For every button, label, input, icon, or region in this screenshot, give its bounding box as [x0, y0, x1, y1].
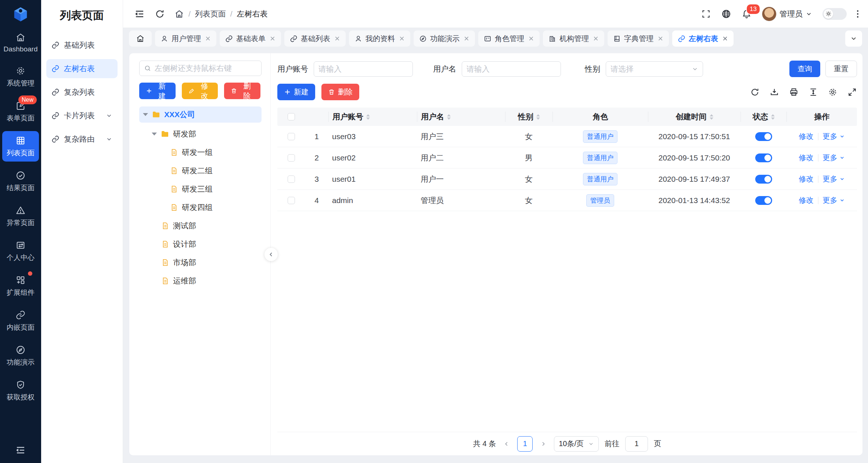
tree-node-dept[interactable]: 研发部	[139, 125, 260, 143]
sort-icon[interactable]	[366, 114, 370, 120]
edit-link[interactable]: 修改	[799, 195, 814, 205]
page-size-select[interactable]: 10条/页	[554, 436, 599, 452]
status-toggle[interactable]	[755, 175, 772, 184]
tree-delete-button[interactable]: 删除	[224, 83, 260, 99]
sidebar-item-lists[interactable]: 列表页面	[2, 131, 39, 162]
caret-down-icon[interactable]	[152, 133, 157, 135]
submenu-item-complex-route[interactable]: 复杂路由	[46, 130, 118, 149]
reset-button[interactable]: 重置	[825, 61, 857, 77]
sidebar-item-profile[interactable]: 个人中心	[2, 236, 39, 266]
submenu-item-basic-list[interactable]: 基础列表	[46, 36, 118, 55]
row-height-icon[interactable]	[808, 87, 818, 97]
language-button[interactable]	[721, 9, 731, 19]
submenu-item-complex-list[interactable]: 复杂列表	[46, 83, 118, 102]
tab-my-profile[interactable]: 我的资料	[349, 30, 410, 47]
tab-dict-management[interactable]: 字典管理	[608, 30, 669, 47]
sidebar-item-license[interactable]: 获取授权	[2, 375, 39, 406]
more-link[interactable]: 更多	[823, 131, 838, 141]
tree-node-group[interactable]: 研发一组	[139, 143, 260, 162]
user-menu[interactable]: 管理员	[762, 7, 812, 21]
tree-search-input[interactable]	[155, 64, 257, 73]
sort-icon[interactable]	[710, 114, 713, 120]
table-add-button[interactable]: 新建	[277, 84, 315, 100]
tree-node-group[interactable]: 研发四组	[139, 198, 260, 217]
select-all-checkbox[interactable]	[288, 113, 295, 120]
edit-link[interactable]: 修改	[799, 174, 814, 184]
tab-org-management[interactable]: 机构管理	[543, 30, 604, 47]
row-checkbox[interactable]	[288, 154, 295, 162]
tab-basic-form[interactable]: 基础表单	[220, 30, 281, 47]
status-toggle[interactable]	[755, 153, 772, 162]
sidebar-item-results[interactable]: 结果页面	[2, 166, 39, 196]
submenu-item-card-list[interactable]: 卡片列表	[46, 106, 118, 125]
refresh-icon[interactable]	[750, 87, 760, 97]
sidebar-item-embedded[interactable]: 内嵌页面	[2, 305, 39, 336]
tabs-dropdown-button[interactable]	[845, 30, 862, 47]
row-checkbox[interactable]	[288, 133, 295, 140]
close-icon[interactable]	[270, 36, 275, 41]
close-icon[interactable]	[464, 36, 469, 41]
panel-collapse-handle[interactable]	[264, 248, 278, 261]
tab-role-management[interactable]: 角色管理	[478, 30, 540, 47]
edit-link[interactable]: 修改	[799, 131, 814, 141]
sort-icon[interactable]	[771, 114, 775, 120]
tree-edit-button[interactable]: 修改	[182, 83, 218, 99]
query-button[interactable]: 查询	[789, 61, 820, 77]
row-checkbox[interactable]	[288, 176, 295, 183]
home-icon[interactable]	[174, 9, 184, 19]
tree-node-leaf[interactable]: 设计部	[139, 235, 260, 253]
refresh-button[interactable]	[155, 9, 165, 19]
sidebar-item-forms[interactable]: New 表单页面	[2, 96, 39, 127]
close-icon[interactable]	[334, 36, 340, 41]
app-logo[interactable]	[12, 6, 29, 23]
page-1-button[interactable]: 1	[517, 436, 533, 452]
goto-page-input[interactable]	[625, 436, 648, 452]
more-menu-button[interactable]	[857, 10, 858, 18]
account-input[interactable]	[314, 61, 413, 77]
tree-node-leaf[interactable]: 市场部	[139, 253, 260, 272]
sidebar-item-system[interactable]: 系统管理	[2, 61, 39, 92]
more-link[interactable]: 更多	[823, 195, 838, 205]
close-icon[interactable]	[399, 36, 405, 41]
menu-fold-button[interactable]	[134, 8, 145, 19]
theme-toggle[interactable]	[822, 8, 847, 20]
tree-add-button[interactable]: 新建	[139, 83, 176, 99]
edit-link[interactable]: 修改	[799, 153, 814, 163]
more-link[interactable]: 更多	[823, 174, 838, 184]
close-icon[interactable]	[658, 36, 663, 41]
tab-tree-table[interactable]: 左树右表	[672, 30, 734, 47]
printer-icon[interactable]	[789, 87, 799, 97]
tree-node-root[interactable]: XXX公司	[139, 106, 262, 123]
sort-icon[interactable]	[447, 114, 451, 120]
tab-basic-list[interactable]: 基础列表	[284, 30, 346, 47]
col-name[interactable]: 用户名	[417, 112, 505, 122]
row-checkbox[interactable]	[288, 197, 295, 204]
status-toggle[interactable]	[755, 196, 772, 205]
prev-page-button[interactable]	[502, 441, 511, 447]
name-input[interactable]	[462, 61, 561, 77]
close-icon[interactable]	[593, 36, 599, 41]
tab-home[interactable]	[129, 30, 152, 47]
col-created[interactable]: 创建时间	[648, 112, 741, 122]
submenu-item-tree-table[interactable]: 左树右表	[46, 59, 118, 78]
col-gender[interactable]: 性别	[505, 112, 552, 122]
close-icon[interactable]	[205, 36, 211, 41]
tree-node-group[interactable]: 研发三组	[139, 180, 260, 198]
fullscreen-button[interactable]	[701, 9, 711, 19]
sort-icon[interactable]	[536, 114, 540, 120]
col-status[interactable]: 状态	[741, 112, 786, 122]
notifications-button[interactable]: 13	[742, 9, 752, 19]
col-account[interactable]: 用户账号	[328, 112, 417, 122]
tab-feature-demo[interactable]: 功能演示	[414, 30, 475, 47]
table-delete-button[interactable]: 删除	[321, 84, 359, 100]
sidebar-item-demos[interactable]: 功能演示	[2, 340, 39, 371]
next-page-button[interactable]	[539, 441, 548, 447]
sidebar-item-dashboard[interactable]: Dashboard	[2, 28, 39, 57]
caret-down-icon[interactable]	[143, 113, 148, 116]
close-icon[interactable]	[528, 36, 534, 41]
more-link[interactable]: 更多	[823, 153, 838, 163]
tree-node-leaf[interactable]: 测试部	[139, 217, 260, 235]
sidebar-item-exception[interactable]: 异常页面	[2, 201, 39, 231]
close-icon[interactable]	[722, 36, 728, 41]
sidebar-item-extensions[interactable]: 扩展组件	[2, 271, 39, 301]
